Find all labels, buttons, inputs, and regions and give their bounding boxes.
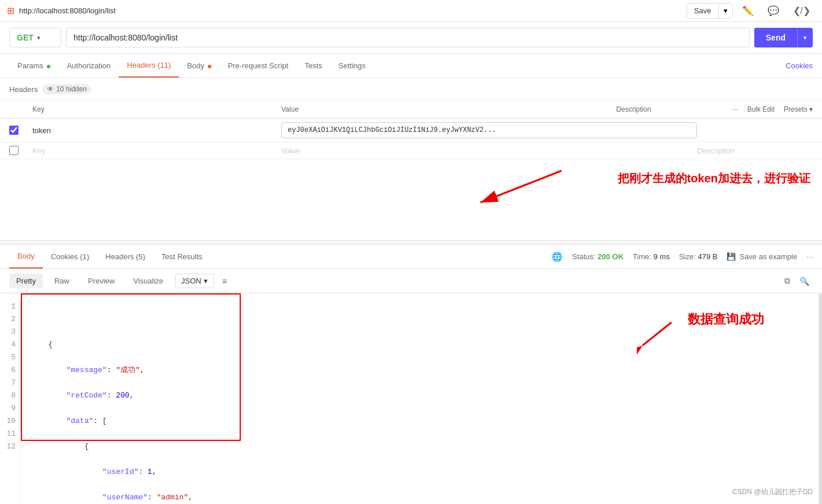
row-checkbox-wrap[interactable]: [9, 126, 32, 135]
hidden-count: 10 hidden: [56, 85, 87, 93]
headers-table: Key Value Description ··· Bulk Edit Pres…: [0, 101, 822, 159]
ellipsis-icon: ···: [732, 105, 738, 113]
annotation-area-1: 把刚才生成的token加进去，进行验证: [0, 159, 822, 240]
top-bar-url: http://localhost:8080/login/list: [19, 6, 687, 15]
line-num-12: 12: [5, 440, 16, 453]
tab-cookies-response[interactable]: Cookies (1): [43, 245, 97, 268]
section-divider: [0, 240, 822, 245]
send-button-group[interactable]: Send ▾: [754, 28, 813, 47]
tab-headers[interactable]: Headers (11): [119, 54, 179, 78]
headers-table-header: Key Value Description ··· Bulk Edit Pres…: [0, 101, 822, 119]
tab-prerequest[interactable]: Pre-request Script: [219, 54, 296, 77]
line-num-6: 6: [5, 364, 16, 377]
save-button[interactable]: Save: [687, 3, 718, 18]
watermark: CSDN @幼儿园扛把子DD: [732, 487, 813, 497]
more-icon-button[interactable]: ❮/❯: [788, 3, 815, 19]
edit-icon-button[interactable]: ✏️: [737, 3, 758, 19]
wrap-lines-icon-button[interactable]: ≡: [219, 274, 230, 288]
tab-tests[interactable]: Tests: [296, 54, 330, 77]
line-num-1: 1: [5, 300, 16, 313]
key-cell: token: [32, 126, 281, 135]
col-actions-header: ··· Bulk Edit Presets ▾: [732, 105, 813, 113]
tab-test-results[interactable]: Test Results: [153, 245, 211, 268]
scrollbar[interactable]: [819, 293, 822, 504]
col-key-header: Key: [32, 105, 281, 113]
body-dot: [208, 65, 211, 68]
empty-desc-placeholder: Description: [697, 146, 735, 155]
empty-value-cell[interactable]: Value: [281, 146, 697, 155]
format-tab-pretty[interactable]: Pretty: [9, 274, 43, 288]
annotation-text-1: 把刚才生成的token加进去，进行验证: [618, 171, 810, 186]
top-bar: ⊞ http://localhost:8080/login/list Save …: [0, 0, 822, 22]
line-numbers: 1 2 3 4 5 6 7 8 9 10 11 12: [0, 293, 21, 504]
time-value: 9 ms: [654, 252, 670, 261]
save-button-group[interactable]: Save ▾: [687, 3, 733, 19]
empty-key-cell[interactable]: Key: [32, 146, 281, 155]
tab-body[interactable]: Body: [179, 54, 219, 77]
line-num-11: 11: [5, 428, 16, 440]
col-value-header: Value: [281, 105, 616, 113]
tab-authorization[interactable]: Authorization: [58, 54, 119, 77]
response-status: 🌐 Status: 200 OK Time: 9 ms Size: 479 B …: [552, 252, 813, 262]
headers-label-text: Headers: [9, 85, 38, 94]
app-icon: ⊞: [7, 5, 14, 16]
status-value: 200 OK: [597, 252, 623, 261]
annotation-arrow-1: [469, 165, 573, 211]
hidden-badge: 👁 10 hidden: [42, 84, 91, 94]
value-input[interactable]: [281, 122, 697, 138]
size-value: 479 B: [698, 252, 717, 261]
time-label: Time: 9 ms: [633, 252, 670, 261]
tab-headers-response[interactable]: Headers (5): [97, 245, 153, 268]
method-label: GET: [17, 33, 34, 42]
empty-value-placeholder: Value: [281, 146, 300, 155]
url-bar: GET ▾ Send ▾: [0, 22, 822, 54]
format-tabs: Pretty Raw Preview Visualize JSON ▾ ≡ ⧉ …: [0, 269, 822, 293]
bulk-edit-label[interactable]: Bulk Edit: [747, 105, 775, 113]
col-desc-header: Description: [616, 105, 732, 113]
svg-line-1: [480, 171, 562, 203]
send-button[interactable]: Send: [754, 28, 797, 47]
save-chevron-button[interactable]: ▾: [718, 3, 732, 18]
empty-row-checkbox[interactable]: [9, 146, 19, 155]
format-tab-visualize[interactable]: Visualize: [126, 274, 170, 288]
line-num-4: 4: [5, 339, 16, 351]
format-tab-preview[interactable]: Preview: [81, 274, 122, 288]
more-options-icon[interactable]: ···: [806, 252, 813, 261]
comment-icon-button[interactable]: 💬: [763, 3, 784, 19]
url-input[interactable]: [66, 28, 750, 47]
tab-settings[interactable]: Settings: [331, 54, 374, 77]
cookies-link[interactable]: Cookies: [786, 61, 813, 70]
copy-icon-button[interactable]: ⧉: [781, 274, 794, 288]
request-tabs: Params Authorization Headers (11) Body P…: [0, 54, 822, 78]
format-select[interactable]: JSON ▾: [175, 274, 214, 288]
line-num-8: 8: [5, 389, 16, 402]
search-icon-button[interactable]: 🔍: [796, 274, 813, 288]
format-tab-raw[interactable]: Raw: [47, 274, 76, 288]
response-tabs: Body Cookies (1) Headers (5) Test Result…: [0, 245, 822, 269]
format-select-chevron: ▾: [204, 277, 208, 285]
tab-body-response[interactable]: Body: [9, 245, 43, 268]
save-example-button[interactable]: 💾 Save as example: [726, 252, 797, 261]
row-checkbox[interactable]: [9, 126, 19, 135]
tab-params[interactable]: Params: [9, 54, 58, 77]
params-dot: [47, 65, 50, 68]
line-num-10: 10: [5, 415, 16, 428]
code-area: 1 2 3 4 5 6 7 8 9 10 11 12 { "message": …: [0, 293, 822, 504]
format-select-label: JSON: [181, 277, 201, 285]
line-num-2: 2: [5, 313, 16, 326]
size-label: Size: 479 B: [679, 252, 718, 261]
line-num-7: 7: [5, 377, 16, 389]
save-example-label: Save as example: [739, 252, 797, 261]
empty-checkbox-wrap[interactable]: [9, 146, 32, 155]
value-cell[interactable]: [281, 122, 697, 138]
line-num-9: 9: [5, 402, 16, 415]
globe-icon: 🌐: [552, 252, 563, 262]
empty-desc-cell: Description: [697, 146, 813, 155]
table-row-empty[interactable]: Key Value Description: [0, 142, 822, 159]
line-num-5: 5: [5, 351, 16, 364]
table-row: token: [0, 119, 822, 142]
presets-label[interactable]: Presets ▾: [784, 105, 813, 113]
method-select[interactable]: GET ▾: [9, 28, 61, 47]
send-chevron-button[interactable]: ▾: [797, 29, 813, 47]
eye-icon: 👁: [47, 85, 54, 93]
